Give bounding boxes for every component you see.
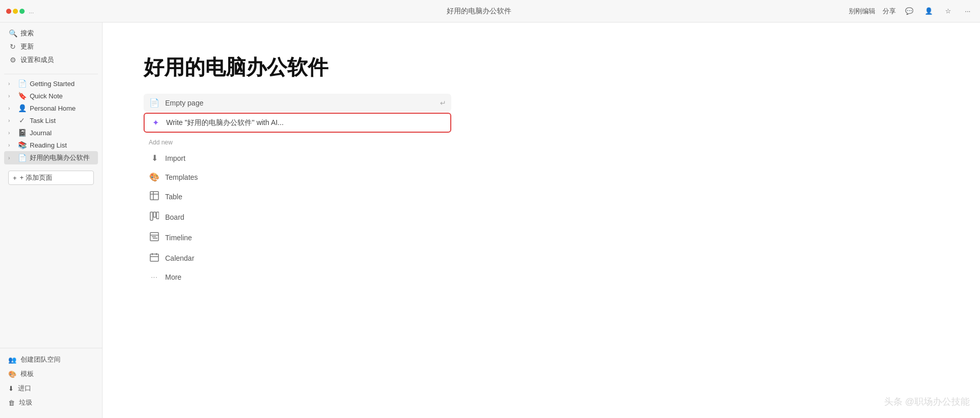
- topbar: ... 好用的电脑办公软件 别刚编辑 分享 💬 👤 ☆ ···: [0, 0, 980, 23]
- sidebar-nav-section: › 📄 Getting Started › 🔖 Quick Note › 👤 P…: [0, 77, 102, 169]
- sidebar-item-journal[interactable]: › 📓 Journal: [4, 127, 98, 139]
- sidebar-item-import[interactable]: ⬇ 进口: [4, 381, 98, 395]
- board-option[interactable]: Board: [144, 207, 451, 227]
- chevron-icon: ›: [8, 130, 14, 136]
- comment-icon: 💬: [905, 7, 913, 15]
- sidebar-label-quick-note: Quick Note: [30, 92, 94, 100]
- main-layout: 🔍 搜索 ↻ 更新 ⚙ 设置和成员 › 📄 Getting Started › …: [0, 23, 980, 418]
- calendar-label: Calendar: [165, 254, 194, 262]
- empty-page-option[interactable]: 📄 Empty page ↵: [144, 94, 451, 112]
- more-button[interactable]: ···: [962, 5, 974, 17]
- add-page-label: + 添加页面: [20, 173, 52, 182]
- templates-icon: 🎨: [8, 370, 16, 378]
- page-title: 好用的电脑办公软件: [144, 53, 939, 81]
- user-icon: 👤: [925, 7, 933, 15]
- sidebar-label-update: 更新: [21, 42, 94, 51]
- svg-rect-10: [150, 254, 158, 261]
- reading-list-icon: 📚: [17, 141, 27, 149]
- sidebar-item-personal-home[interactable]: › 👤 Personal Home: [4, 102, 98, 114]
- templates-label: Templates: [165, 173, 198, 181]
- chevron-icon: ›: [8, 93, 14, 99]
- import-label: Import: [165, 154, 186, 162]
- sidebar-item-create-team[interactable]: 👥 创建团队空间: [4, 352, 98, 367]
- share-action[interactable]: 分享: [883, 7, 896, 16]
- chevron-icon: ›: [8, 106, 14, 111]
- import-option[interactable]: ⬇ Import: [144, 149, 451, 167]
- add-page-button[interactable]: + + 添加页面: [8, 171, 94, 185]
- svg-rect-0: [150, 192, 158, 200]
- table-option[interactable]: Table: [144, 187, 451, 206]
- star-icon: ☆: [945, 7, 951, 15]
- logo-dot-green: [19, 9, 25, 14]
- sidebar-add-page-wrapper: + + 添加页面: [0, 169, 102, 187]
- sidebar-label-current-page: 好用的电脑办公软件: [30, 153, 94, 162]
- sidebar-label-task-list: Task List: [30, 117, 94, 124]
- board-label: Board: [165, 213, 184, 221]
- templates-option[interactable]: 🎨 Templates: [144, 168, 451, 186]
- search-icon: 🔍: [8, 29, 17, 37]
- sidebar-label-getting-started: Getting Started: [30, 80, 94, 88]
- empty-page-label: Empty page: [165, 99, 204, 107]
- sidebar-item-task-list[interactable]: › ✓ Task List: [4, 114, 98, 127]
- sidebar-divider-top: [4, 74, 98, 74]
- ai-sparkle-icon: ✦: [150, 118, 161, 128]
- sidebar-label-personal-home: Personal Home: [30, 104, 94, 112]
- getting-started-icon: 📄: [17, 79, 27, 88]
- more-option[interactable]: ··· More: [144, 269, 451, 285]
- templates-icon: 🎨: [149, 172, 160, 182]
- table-icon: [149, 191, 160, 202]
- sidebar-label-journal: Journal: [30, 129, 94, 137]
- edit-action[interactable]: 别刚编辑: [849, 7, 875, 16]
- add-new-label: Add new: [144, 134, 451, 148]
- app-logo: [6, 9, 25, 14]
- comment-button[interactable]: 💬: [903, 5, 915, 17]
- sidebar-label-settings: 设置和成员: [21, 55, 94, 65]
- topbar-actions: 别刚编辑 分享 💬 👤 ☆ ···: [849, 5, 974, 17]
- import-icon: ⬇: [8, 385, 14, 392]
- task-list-icon: ✓: [17, 116, 27, 124]
- chevron-icon: ›: [8, 142, 14, 148]
- star-button[interactable]: ☆: [942, 5, 954, 17]
- timeline-option[interactable]: Timeline: [144, 228, 451, 247]
- sidebar-item-search[interactable]: 🔍 搜索: [4, 27, 98, 40]
- sidebar-item-settings[interactable]: ⚙ 设置和成员: [4, 53, 98, 67]
- enter-icon: ↵: [440, 99, 446, 107]
- calendar-icon: [149, 253, 160, 264]
- app-name: ...: [29, 8, 34, 15]
- topbar-left: ...: [6, 8, 109, 15]
- sidebar-item-getting-started[interactable]: › 📄 Getting Started: [4, 77, 98, 90]
- board-icon: [149, 212, 160, 223]
- journal-icon: 📓: [17, 129, 27, 137]
- logo-dot-yellow: [13, 9, 18, 14]
- current-page-icon: 📄: [17, 154, 27, 162]
- more-icon: ···: [965, 7, 971, 15]
- sidebar-item-reading-list[interactable]: › 📚 Reading List: [4, 139, 98, 151]
- calendar-option[interactable]: Calendar: [144, 248, 451, 268]
- timeline-label: Timeline: [165, 234, 192, 242]
- update-icon: ↻: [8, 43, 17, 51]
- user-button[interactable]: 👤: [923, 5, 935, 17]
- templates-label: 模板: [21, 369, 34, 379]
- write-ai-label: Write "好用的电脑办公软件" with AI...: [166, 118, 284, 128]
- content-area: 好用的电脑办公软件 📄 Empty page ↵ ✦ Write "好用的电脑办…: [103, 23, 980, 418]
- more-icon: ···: [149, 274, 160, 281]
- sidebar-item-trash[interactable]: 🗑 垃圾: [4, 395, 98, 410]
- quick-note-icon: 🔖: [17, 92, 27, 100]
- trash-label: 垃圾: [19, 398, 32, 407]
- import-icon: ⬇: [149, 153, 160, 163]
- empty-page-icon: 📄: [149, 98, 160, 108]
- sidebar: 🔍 搜索 ↻ 更新 ⚙ 设置和成员 › 📄 Getting Started › …: [0, 23, 103, 418]
- sidebar-item-quick-note[interactable]: › 🔖 Quick Note: [4, 90, 98, 102]
- svg-rect-4: [153, 212, 156, 217]
- sidebar-item-update[interactable]: ↻ 更新: [4, 40, 98, 53]
- chevron-icon: ›: [8, 118, 14, 123]
- sidebar-item-templates[interactable]: 🎨 模板: [4, 367, 98, 381]
- sidebar-item-current-page[interactable]: › 📄 好用的电脑办公软件: [4, 151, 98, 164]
- table-label: Table: [165, 193, 182, 201]
- write-ai-option[interactable]: ✦ Write "好用的电脑办公软件" with AI...: [144, 113, 451, 133]
- sidebar-top-section: 🔍 搜索 ↻ 更新 ⚙ 设置和成员: [0, 27, 102, 71]
- sidebar-bottom: 👥 创建团队空间 🎨 模板 ⬇ 进口 🗑 垃圾: [0, 348, 102, 414]
- chevron-icon: ›: [8, 81, 14, 87]
- topbar-page-title: 好用的电脑办公软件: [109, 7, 849, 16]
- personal-home-icon: 👤: [17, 104, 27, 112]
